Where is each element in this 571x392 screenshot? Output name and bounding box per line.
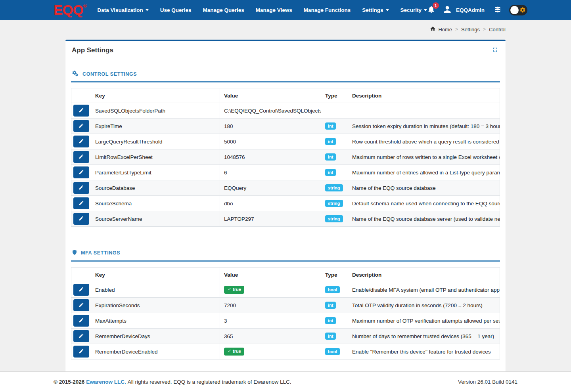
column-header-value: Value <box>220 88 321 103</box>
nav-item[interactable]: Use Queries <box>160 7 192 13</box>
column-header-type: Type <box>321 268 348 282</box>
nav-item[interactable]: Manage Functions <box>304 7 351 13</box>
expand-button[interactable] <box>491 46 499 55</box>
nav-item[interactable]: Manage Views <box>256 7 292 13</box>
type-badge: string <box>325 200 343 207</box>
theme-toggle[interactable] <box>509 5 527 15</box>
setting-value: 365 <box>220 329 321 344</box>
edit-pencil-icon <box>79 317 84 324</box>
edit-button[interactable] <box>73 136 89 147</box>
edit-pencil-icon <box>79 123 84 130</box>
nav-item[interactable]: Security <box>400 7 427 13</box>
nav-item[interactable]: Manage Queries <box>203 7 244 13</box>
edit-pencil-icon <box>79 107 84 114</box>
app-settings-card: App Settings CONTROL SETTINGS <box>65 40 506 371</box>
edit-pencil-icon <box>79 348 84 355</box>
edit-button[interactable] <box>73 213 89 225</box>
caret-down-icon <box>424 9 427 11</box>
edit-button[interactable] <box>73 284 89 296</box>
section-header: MFA SETTINGS <box>71 249 500 262</box>
breadcrumb-settings[interactable]: Settings <box>461 27 480 33</box>
edit-button[interactable] <box>73 315 89 327</box>
nav-item[interactable]: Settings <box>362 7 389 13</box>
caret-down-icon <box>146 9 149 11</box>
setting-value: true <box>220 282 321 298</box>
edit-button[interactable] <box>73 120 89 132</box>
expand-icon <box>492 46 498 54</box>
column-header-description: Description <box>348 88 500 103</box>
username-label: EQQAdmin <box>456 7 485 13</box>
setting-description <box>348 103 500 119</box>
edit-column-header <box>71 88 91 103</box>
setting-value: 180 <box>220 119 321 134</box>
breadcrumb-home[interactable]: Home <box>430 26 452 33</box>
table-row: ParameterListTypeLimit 6 int Maximum num… <box>71 165 500 180</box>
setting-description: Maximum number of OTP verification attem… <box>348 313 500 329</box>
edit-button[interactable] <box>73 166 89 178</box>
type-badge: int <box>325 302 336 309</box>
edit-pencil-icon <box>79 287 84 293</box>
edit-pencil-icon <box>79 169 84 176</box>
setting-key: SourceServerName <box>91 211 220 227</box>
setting-key: Enabled <box>91 282 220 298</box>
edit-button[interactable] <box>73 151 89 163</box>
control-settings-section: CONTROL SETTINGS Key Value Type Descript… <box>71 70 500 227</box>
true-badge: true <box>224 286 244 293</box>
notifications-button[interactable]: 1 <box>427 5 435 15</box>
setting-description: Number of days to remember trusted devic… <box>348 329 500 344</box>
edit-pencil-icon <box>79 154 84 161</box>
logo-text: EQQ <box>54 2 83 17</box>
setting-key: MaxAttempts <box>91 313 220 329</box>
company-link[interactable]: Ewarenow LLC. <box>86 379 126 385</box>
user-avatar-icon <box>442 4 452 16</box>
column-header-key: Key <box>91 268 220 282</box>
rights-text: All rights reserved. EQQ is a registered… <box>128 379 291 385</box>
mfa-settings-section: MFA SETTINGS Key Value Type Description <box>71 249 500 359</box>
edit-button[interactable] <box>73 105 89 117</box>
edit-button[interactable] <box>73 182 89 194</box>
app-logo[interactable]: EQQ ® <box>54 2 87 17</box>
setting-value: EQQuery <box>220 180 321 196</box>
user-menu[interactable]: EQQAdmin <box>442 4 485 16</box>
edit-pencil-icon <box>79 302 84 309</box>
true-badge: true <box>224 348 244 355</box>
edit-pencil-icon <box>79 185 84 191</box>
setting-key: SourceSchema <box>91 196 220 211</box>
table-row: RememberDeviceEnabled true bool Enable "… <box>71 344 500 359</box>
edit-pencil-icon <box>79 200 84 207</box>
setting-key: ExpirationSeconds <box>91 298 220 313</box>
breadcrumb: Home > Settings > Control <box>0 20 571 39</box>
edit-button[interactable] <box>73 346 89 358</box>
setting-description: Enable "Remember this device" feature fo… <box>348 344 500 359</box>
setting-value: C:\EQQ\EQQ_Control\SavedSQLObjects <box>220 103 321 119</box>
edit-button[interactable] <box>73 330 89 342</box>
card-header: App Settings <box>71 41 500 60</box>
control-settings-table: Key Value Type Description <box>71 88 500 227</box>
setting-key: RememberDeviceEnabled <box>91 344 220 359</box>
setting-value: 6 <box>220 165 321 180</box>
table-row: LargeQueryResultThreshold 5000 int Row c… <box>71 134 500 149</box>
edit-button[interactable] <box>73 299 89 311</box>
edit-pencil-icon <box>79 333 84 340</box>
setting-key: LimitRowExcelPerSheet <box>91 149 220 165</box>
setting-key: LargeQueryResultThreshold <box>91 134 220 149</box>
table-row: ExpirationSeconds 7200 int Total OTP val… <box>71 298 500 313</box>
database-icon[interactable] <box>494 6 502 14</box>
registered-mark: ® <box>83 3 87 9</box>
gears-icon <box>72 70 79 78</box>
setting-key: RememberDeviceDays <box>91 329 220 344</box>
setting-description: Name of the EQQ source database server (… <box>348 211 500 227</box>
type-badge: string <box>325 215 343 222</box>
caret-down-icon <box>386 9 389 11</box>
nav-item[interactable]: Data Visualization <box>97 7 148 13</box>
setting-key: ParameterListTypeLimit <box>91 165 220 180</box>
breadcrumb-current: Control <box>489 27 506 33</box>
toggle-knob <box>510 6 519 14</box>
column-header-value: Value <box>220 268 321 282</box>
type-badge: int <box>325 122 336 130</box>
setting-key: ExpireTime <box>91 119 220 134</box>
check-icon <box>227 349 231 354</box>
breadcrumb-separator: > <box>455 27 458 32</box>
type-badge: string <box>325 184 343 191</box>
edit-button[interactable] <box>73 197 89 209</box>
